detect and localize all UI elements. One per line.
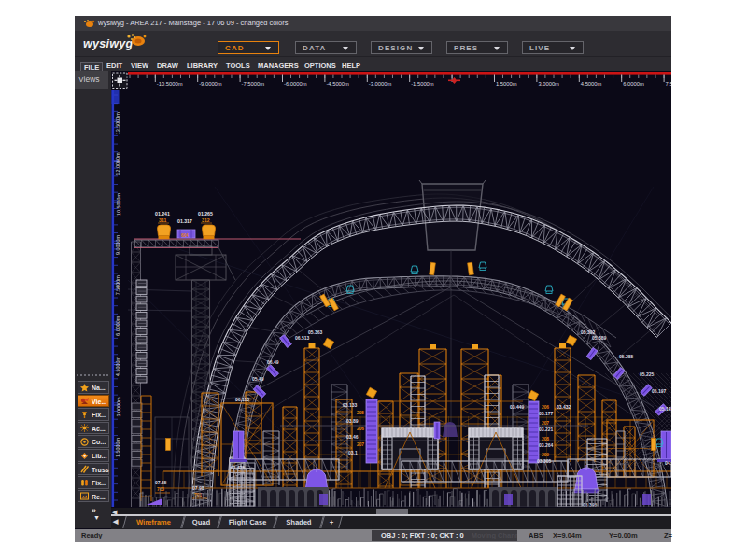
- svg-text:1.5000m: 1.5000m: [116, 437, 121, 456]
- svg-text:05.389: 05.389: [592, 335, 607, 341]
- svg-text:-1.5000m: -1.5000m: [411, 81, 434, 87]
- svg-text:1.5000m: 1.5000m: [496, 81, 517, 87]
- svg-text:03.1: 03.1: [348, 450, 358, 455]
- svg-text:05.285: 05.285: [619, 354, 634, 359]
- svg-text:4.5000m: 4.5000m: [581, 81, 602, 87]
- svg-text:604: 604: [181, 233, 189, 238]
- svg-text:7.5000m: 7.5000m: [666, 81, 671, 87]
- svg-text:-7.5000m: -7.5000m: [242, 81, 265, 87]
- svg-text:-10.5000m: -10.5000m: [157, 81, 183, 87]
- svg-text:311: 311: [159, 217, 166, 223]
- svg-text:205: 205: [357, 411, 364, 415]
- svg-text:06.49: 06.49: [267, 359, 279, 365]
- svg-text:6.0000m: 6.0000m: [623, 81, 644, 87]
- svg-text:01.317: 01.317: [177, 218, 192, 224]
- svg-text:05.197: 05.197: [652, 388, 667, 394]
- svg-text:6.0000m: 6.0000m: [116, 315, 121, 335]
- svg-text:312: 312: [202, 217, 210, 223]
- svg-text:13.5000m: 13.5000m: [116, 112, 121, 134]
- svg-text:206: 206: [542, 405, 549, 410]
- svg-text:03.46: 03.46: [346, 434, 359, 440]
- svg-text:208: 208: [542, 437, 549, 441]
- svg-text:05.49: 05.49: [252, 376, 264, 382]
- svg-text:03.264: 03.264: [539, 442, 554, 448]
- svg-text:05.363: 05.363: [308, 329, 323, 335]
- svg-text:207: 207: [357, 442, 364, 447]
- svg-text:206: 206: [357, 427, 364, 431]
- svg-text:01.241: 01.241: [155, 211, 170, 217]
- svg-text:207: 207: [542, 421, 549, 426]
- svg-text:05.145: 05.145: [659, 406, 671, 412]
- svg-text:10.5000m: 10.5000m: [116, 193, 121, 216]
- svg-text:3.0000m: 3.0000m: [116, 397, 121, 416]
- svg-text:-6.0000m: -6.0000m: [284, 81, 307, 87]
- svg-text:03.305: 03.305: [537, 458, 552, 464]
- svg-text:03.89: 03.89: [346, 418, 359, 424]
- svg-text:12.0000m: 12.0000m: [116, 152, 121, 175]
- svg-text:01.265: 01.265: [198, 211, 213, 217]
- svg-text:4.5000m: 4.5000m: [116, 357, 121, 376]
- svg-text:04.2: 04.2: [665, 460, 671, 466]
- svg-text:701: 701: [194, 493, 202, 497]
- svg-text:-4.5000m: -4.5000m: [326, 81, 349, 87]
- svg-text:03.432: 03.432: [557, 404, 571, 410]
- svg-text:209: 209: [542, 453, 549, 457]
- svg-text:05.225: 05.225: [640, 371, 655, 377]
- svg-text:06.513: 06.513: [295, 335, 310, 341]
- svg-text:7.5000m: 7.5000m: [116, 275, 121, 295]
- svg-text:06.113: 06.113: [235, 397, 249, 402]
- svg-text:9.0000m: 9.0000m: [116, 234, 121, 254]
- svg-text:03.133: 03.133: [343, 402, 358, 408]
- svg-text:3.0000m: 3.0000m: [538, 81, 559, 87]
- svg-text:07.98: 07.98: [192, 485, 204, 491]
- svg-text:03.449: 03.449: [510, 404, 525, 410]
- svg-text:-3.0000m: -3.0000m: [369, 81, 392, 87]
- svg-text:-9.0000m: -9.0000m: [199, 81, 222, 87]
- svg-text:03.221: 03.221: [539, 427, 554, 432]
- svg-text:703: 703: [157, 487, 164, 492]
- svg-text:07.65: 07.65: [155, 480, 167, 485]
- svg-text:03.177: 03.177: [539, 411, 554, 416]
